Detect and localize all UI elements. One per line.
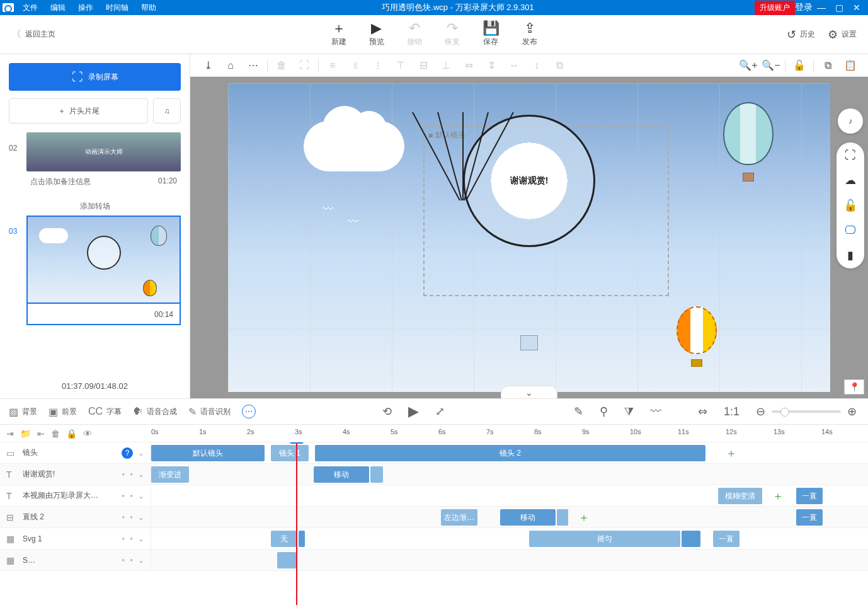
menu-timeline[interactable]: 时间轴: [101, 1, 134, 14]
edit-icon[interactable]: ✎: [571, 405, 586, 418]
chevron-down-icon[interactable]: ⌄: [138, 534, 144, 543]
chevron-down-icon[interactable]: ⌄: [138, 513, 144, 522]
play-icon[interactable]: ▶: [406, 403, 421, 420]
cloud-icon[interactable]: ☁: [845, 173, 856, 187]
track-label[interactable]: ▭镜头?⌄: [0, 442, 151, 463]
crop-icon[interactable]: ⛶: [293, 60, 316, 71]
clip[interactable]: 无: [271, 531, 297, 547]
chevron-down-icon[interactable]: ⌄: [138, 556, 144, 565]
clip[interactable]: 左边渐…: [441, 509, 477, 526]
save-button[interactable]: 💾保存: [483, 21, 500, 47]
playhead-grip[interactable]: [290, 442, 304, 444]
more-icon[interactable]: ⋯: [242, 59, 265, 71]
clip[interactable]: [557, 509, 568, 526]
head-tail-button[interactable]: ＋ 片头片尾: [9, 98, 148, 124]
menu-action[interactable]: 操作: [73, 1, 98, 14]
collapse-canvas-button[interactable]: ⌄: [501, 386, 557, 398]
curve-icon[interactable]: 〰: [648, 405, 664, 418]
desktop-icon[interactable]: 🖵: [845, 224, 856, 237]
track-lane[interactable]: 默认镜头镜头 1镜头 2＋: [151, 442, 868, 463]
lock-open-icon[interactable]: 🔓: [843, 199, 857, 212]
canvas-stage[interactable]: ■默认镜头 谢谢观赏! 〰 〰 ⌄ ♪ ⛶: [190, 77, 868, 398]
visibility-icon[interactable]: 👁: [83, 429, 92, 439]
music-button[interactable]: ♫: [153, 98, 181, 124]
align-mid-icon[interactable]: ⊟: [412, 59, 435, 71]
track-lane[interactable]: 无摇匀一直: [151, 528, 868, 549]
chevron-down-icon[interactable]: ⌄: [138, 470, 144, 479]
align-center-icon[interactable]: ⫴: [344, 60, 367, 71]
pin-button[interactable]: 📍: [844, 379, 864, 395]
align-left-icon[interactable]: ≡: [321, 60, 344, 71]
track-label[interactable]: ⊟直线 2●●⌄: [0, 507, 151, 527]
zoom-out-timeline-icon[interactable]: ⊖: [753, 405, 768, 418]
clip[interactable]: 一直: [796, 488, 823, 504]
minimize-button[interactable]: —: [813, 1, 830, 14]
maximize-button[interactable]: ▢: [830, 1, 848, 14]
clip[interactable]: 渐变进: [151, 466, 189, 483]
slide-02-note[interactable]: 点击添加备注信息: [30, 176, 91, 187]
delete-icon[interactable]: 🗑: [51, 429, 60, 439]
panel-subtitle[interactable]: CC字幕: [88, 406, 122, 418]
zoom-slider[interactable]: [772, 410, 841, 413]
cloud-shape[interactable]: [304, 121, 404, 171]
panel-bg[interactable]: ▨背景: [9, 406, 37, 418]
panel-asr[interactable]: ✎语音识别: [188, 406, 231, 418]
export-icon[interactable]: ⇥: [6, 429, 14, 439]
align-right-icon[interactable]: ⫶: [367, 60, 389, 71]
publish-button[interactable]: ⇪发布: [522, 21, 537, 47]
track-label[interactable]: ▦S… ●●⌄: [0, 550, 151, 570]
track-label[interactable]: T谢谢观赏!●●⌄: [0, 464, 151, 485]
unlock-icon[interactable]: 🔓: [788, 59, 811, 71]
clip[interactable]: 镜头 2: [315, 445, 705, 461]
more-panels-button[interactable]: ⋯: [242, 405, 256, 418]
add-clip-button[interactable]: ＋: [577, 510, 591, 524]
clip[interactable]: [299, 531, 305, 547]
settings-button[interactable]: ⚙设置: [828, 28, 857, 42]
track-lane[interactable]: 模糊变清＋一直: [151, 485, 868, 506]
clip[interactable]: 摇匀: [529, 531, 680, 547]
clip[interactable]: 默认镜头: [151, 445, 265, 461]
add-clip-button[interactable]: ＋: [724, 446, 738, 460]
collapse-icon[interactable]: ⇤: [37, 429, 45, 439]
back-home-button[interactable]: 〈 返回主页: [0, 28, 67, 41]
close-button[interactable]: ✕: [848, 1, 865, 14]
track-lane[interactable]: 左边渐…移动＋一直: [151, 507, 868, 527]
fullscreen-icon[interactable]: ⛶: [845, 149, 856, 162]
panel-tts[interactable]: 🗣语音合成: [133, 406, 177, 418]
clip[interactable]: 移动: [314, 466, 369, 483]
align-bot-icon[interactable]: ⊥: [435, 59, 457, 71]
add-clip-button[interactable]: ＋: [771, 489, 785, 503]
zoom-in-timeline-icon[interactable]: ⊕: [845, 405, 859, 418]
ratio-icon[interactable]: 1:1: [721, 405, 742, 418]
clip[interactable]: [682, 531, 700, 547]
paste-icon[interactable]: 📋: [839, 59, 862, 71]
warm-balloon[interactable]: [677, 306, 717, 367]
track-label[interactable]: T本视频由万彩录屏大…●●⌄: [0, 485, 151, 506]
new-button[interactable]: ＋新建: [331, 21, 346, 47]
track-lane[interactable]: 渐变进移动: [151, 464, 868, 485]
track-label[interactable]: ▦Svg 1●●⌄: [0, 528, 151, 549]
mobile-icon[interactable]: ▮: [847, 248, 854, 262]
folder-add-icon[interactable]: 📁: [20, 429, 31, 439]
zoom-in-icon[interactable]: 🔍+: [737, 59, 760, 71]
clip[interactable]: [370, 466, 383, 483]
clip[interactable]: [277, 552, 296, 568]
login-button[interactable]: 登录: [795, 1, 813, 14]
align-bottom-icon[interactable]: ⤓: [197, 59, 219, 71]
dist-h-icon[interactable]: ⇔: [457, 59, 480, 71]
clip[interactable]: 镜头 1: [271, 445, 309, 461]
clip[interactable]: 模糊变清: [718, 488, 762, 504]
copy-icon[interactable]: ⧉: [816, 60, 839, 71]
redo-button[interactable]: ↷恢复: [445, 21, 460, 47]
zoom-out-icon[interactable]: 🔍−: [760, 59, 782, 71]
match-h-icon[interactable]: ↕: [525, 60, 548, 71]
help-icon[interactable]: ?: [122, 447, 133, 459]
slide-02[interactable]: 动画演示大师 点击添加备注信息 01:20: [26, 132, 181, 192]
slide-03[interactable]: 00:14: [26, 216, 181, 325]
preview-button[interactable]: ▶预览: [369, 21, 384, 47]
clip[interactable]: 一直: [796, 509, 823, 526]
clip[interactable]: 一直: [713, 531, 740, 547]
menu-edit[interactable]: 编辑: [45, 1, 71, 14]
chevron-down-icon[interactable]: ⌄: [138, 492, 144, 500]
panel-fg[interactable]: ▣前景: [49, 406, 77, 418]
